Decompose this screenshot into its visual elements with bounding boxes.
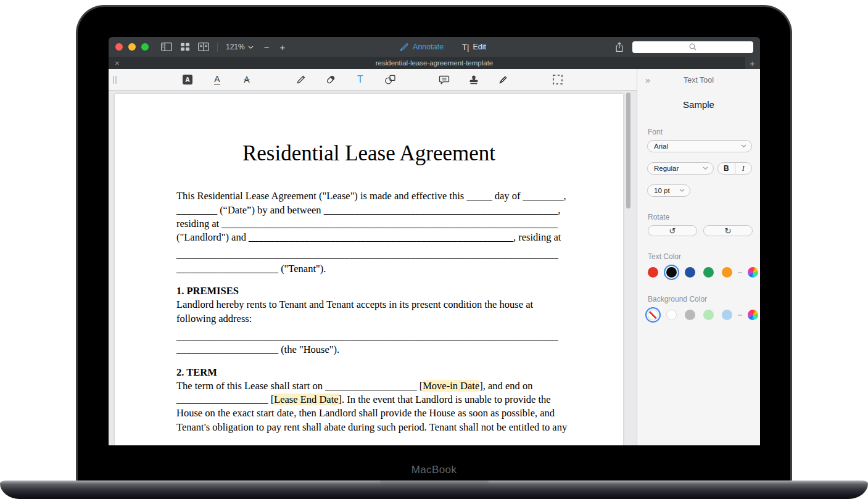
zoom-level-dropdown[interactable]: 121% [226,43,254,51]
font-family-dropdown[interactable]: Arial [647,140,752,152]
text-color-swatch-green[interactable] [703,267,714,278]
highlighted-placeholder: Lease End Date [274,394,338,405]
background-color-swatches [648,308,760,321]
background-color-swatch-white[interactable] [666,310,677,320]
font-size-dropdown[interactable]: 10 pt [647,184,690,197]
font-style-value: Regular [654,165,679,172]
chevron-down-icon [248,43,254,51]
share-icon [615,42,624,52]
edit-label: Edit [473,43,486,51]
new-tab-button[interactable]: + [744,57,760,69]
swatch-separator [738,272,742,273]
annotate-pen-icon [400,43,409,51]
zoom-in-button[interactable]: + [279,43,285,52]
document-tab-title: residential-lease-agreement-template [109,57,760,69]
background-color-swatch-light-green[interactable] [703,310,714,320]
document-para: ________________________________________… [176,248,561,276]
background-color-swatch-light-blue[interactable] [722,310,732,320]
document-para: ________________________________________… [176,329,561,357]
app-toolbar: 121% − + Annotate T| Edit [109,37,760,57]
font-style-dropdown[interactable]: Regular [647,162,714,175]
chevron-down-icon [741,144,746,148]
text-color-label: Text Color [648,252,760,261]
underline-icon: A [214,75,220,85]
fullscreen-window-button[interactable] [141,43,149,51]
background-color-swatch-none[interactable] [648,310,658,320]
macbook-brand-label: MacBook [78,464,790,476]
pencil-tool-button[interactable] [293,72,309,87]
rotate-ccw-icon: ↺ [669,227,676,235]
eraser-tool-button[interactable] [323,72,339,87]
rotate-section-label: Rotate [648,213,760,221]
sidebar-panel-icon [161,43,172,51]
select-tool-button[interactable] [550,72,566,87]
minimize-window-button[interactable] [128,43,136,51]
signature-tool-button[interactable] [495,72,511,87]
text-color-swatch-red[interactable] [648,267,658,278]
annotate-mode-tab[interactable]: Annotate [400,43,444,51]
thumbnails-view-button[interactable] [180,43,190,51]
note-icon [439,75,450,85]
rotate-cw-icon: ↻ [725,227,732,235]
zoom-level-value: 121% [226,43,245,51]
swatch-separator [738,315,742,316]
document-heading: 2. TERM [176,366,561,379]
text-tool-icon: T [357,74,363,85]
two-page-view-button[interactable] [198,43,209,51]
document-title: Residential Lease Agreement [176,141,561,166]
text-tool-button[interactable]: T [352,72,368,87]
collapse-sidebar-button[interactable]: » [645,75,650,85]
highlighted-placeholder: Move-in Date [423,380,479,392]
share-button[interactable] [615,42,624,52]
italic-button[interactable]: I [735,163,752,174]
annotation-toolbar: A A A [109,69,637,91]
highlight-tool-button[interactable]: A [180,72,196,87]
sidebar-panel-title: Text Tool [684,76,714,85]
text-color-swatch-black[interactable] [666,267,677,278]
document-heading: 1. PREMISES [176,284,561,298]
pdf-app-window: 121% − + Annotate T| Edit [109,37,760,445]
two-page-spread-icon [198,43,209,51]
stamp-icon [468,75,479,85]
toolbar-divider [217,43,218,52]
document-pane: A A A [109,69,637,445]
note-tool-button[interactable] [436,72,452,87]
zoom-out-button[interactable]: − [264,43,270,52]
vertical-scrollbar-thumb[interactable] [626,93,630,208]
font-section-label: Font [648,128,760,136]
shapes-tool-button[interactable] [382,72,398,87]
text-color-swatch-custom[interactable] [748,267,758,278]
macbook-mockup: MacBook [0,0,868,499]
search-input[interactable] [632,41,753,53]
annotate-label: Annotate [413,43,444,51]
strikethrough-icon: A [244,75,249,84]
text-color-swatch-orange[interactable] [722,267,732,278]
font-size-value: 10 pt [654,187,670,194]
strikethrough-tool-button[interactable]: A [239,72,255,87]
window-controls [115,43,149,51]
font-family-value: Arial [654,142,668,150]
text-color-swatch-blue[interactable] [685,267,695,278]
rotate-counterclockwise-button[interactable]: ↺ [648,225,697,236]
thumbnails-grid-icon [180,43,190,51]
search-icon [689,43,696,51]
underline-tool-button[interactable]: A [209,72,225,87]
selection-marquee-icon [552,74,563,85]
chevron-down-icon [679,189,685,192]
document-para: The term of this Lease shall start on __… [176,379,561,434]
tab-bar: × residential-lease-agreement-template + [109,57,760,69]
sidebar-panel-view-button[interactable] [161,43,172,51]
document-content: Residential Lease AgreementThis Resident… [115,141,623,434]
edit-mode-tab[interactable]: T| Edit [462,43,486,52]
signature-pen-icon [498,74,509,85]
laptop-base [0,480,868,499]
stamp-tool-button[interactable] [466,72,482,87]
toolbar-drag-handle[interactable] [113,76,117,84]
background-color-swatch-custom[interactable] [748,310,758,320]
background-color-swatch-gray[interactable] [685,310,695,320]
bold-button[interactable]: B [718,163,735,174]
edit-text-icon: T| [462,43,469,52]
close-window-button[interactable] [115,43,123,51]
document-para: This Residential Lease Agreement ("Lease… [176,189,561,244]
rotate-clockwise-button[interactable]: ↻ [703,225,753,236]
